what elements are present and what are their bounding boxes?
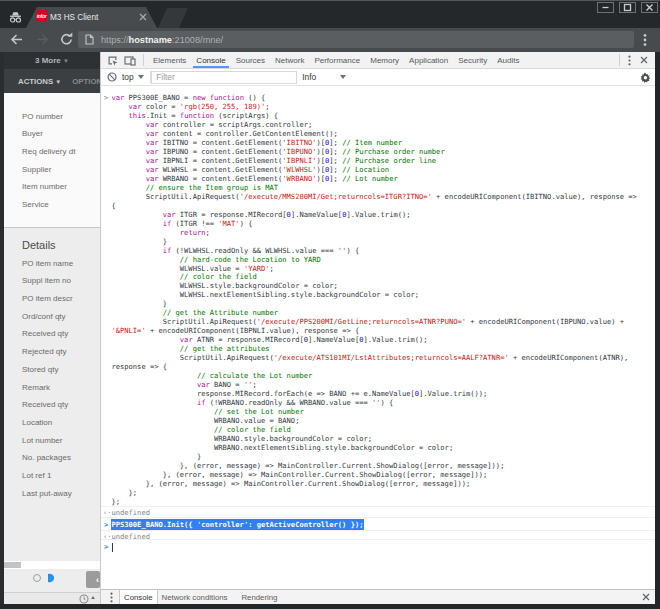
devtools-tab-security[interactable]: Security: [453, 52, 492, 68]
result-value: undefined: [112, 508, 150, 517]
code-token: )[: [317, 174, 326, 183]
sidebar-item-item-number[interactable]: Item number: [22, 182, 67, 191]
console-command-row-selected[interactable]: >PPS300E_BANO.Init({ 'controller': getAc…: [101, 517, 655, 530]
devtools-tab-console[interactable]: Console: [191, 52, 230, 68]
console-code-line: if (!WRBANO.readOnly && WRBANO.value ===…: [101, 398, 655, 407]
url-text[interactable]: https://hostname:21008/mne/: [101, 35, 223, 45]
console-toolbar: top Filter Info: [101, 69, 655, 86]
devtools-tab-sources[interactable]: Sources: [231, 52, 270, 68]
console-code-line: if (ITGR !== 'MAT') {: [101, 219, 655, 228]
tab-close-icon[interactable]: [139, 13, 147, 21]
code-token: '/execute/MMS200MI/Get;returncols=ITGR?I…: [240, 192, 432, 201]
more-dropdown[interactable]: 3 More ▼: [4, 52, 100, 69]
code-token: 'MAT': [218, 219, 239, 228]
details-item-location[interactable]: Location: [22, 418, 52, 427]
drawer-close-icon[interactable]: [642, 593, 650, 601]
window-close-button[interactable]: [641, 2, 658, 13]
browser-menu-icon[interactable]: [643, 33, 647, 47]
clear-console-icon[interactable]: [107, 72, 117, 82]
sidebar-item-buyer[interactable]: Buyer: [22, 129, 43, 138]
console-filter-input[interactable]: Filter: [151, 71, 297, 84]
console-messages[interactable]: >var PPS300E_BANO = new function () { va…: [101, 86, 655, 589]
page-icon[interactable]: [85, 34, 94, 45]
devtools-tabbar-right: [612, 54, 655, 66]
details-item-received-qty[interactable]: Received qty: [22, 329, 68, 338]
code-token: ScriptUtil.ApiRequest(: [112, 192, 240, 201]
code-token: ) {: [240, 219, 253, 228]
drawer-tab-rendering[interactable]: Rendering: [237, 590, 281, 604]
code-token: [112, 183, 146, 192]
code-token: ];: [329, 138, 342, 147]
reload-icon[interactable]: [59, 32, 74, 47]
devtools-tab-application[interactable]: Application: [404, 52, 453, 68]
details-item-suppl-item-no[interactable]: Suppl item no: [22, 276, 71, 285]
code-token: // Location: [342, 165, 389, 174]
options-menu[interactable]: OPTIONS: [72, 77, 100, 86]
code-token: ATNR = response.MIRecord[: [193, 335, 304, 344]
code-token: [112, 111, 129, 120]
details-item-remark[interactable]: Remark: [22, 383, 50, 392]
window-maximize-button[interactable]: [619, 2, 636, 13]
console-code-line: WRBANO.nextElementSibling.style.backgrou…: [101, 443, 655, 452]
code-token: [112, 407, 215, 416]
log-level-selector[interactable]: Info: [302, 72, 316, 82]
status-caret-icon[interactable]: [91, 596, 95, 599]
devtools-menu-icon[interactable]: [628, 55, 631, 66]
details-item-received-qty[interactable]: Received qty: [22, 400, 68, 409]
scrollbar-thumb[interactable]: [4, 562, 21, 568]
details-item-last-put-away[interactable]: Last put-away: [22, 489, 72, 498]
code-token: [112, 371, 197, 380]
code-token: WRBANO.value = BANO;: [112, 416, 300, 425]
sidebar-item-supplier[interactable]: Supplier: [22, 165, 51, 174]
forward-icon[interactable]: [35, 32, 50, 47]
devtools-tab-elements[interactable]: Elements: [148, 52, 191, 68]
console-settings-gear-icon[interactable]: [640, 72, 651, 83]
devtools-tab-performance[interactable]: Performance: [309, 52, 365, 68]
inspect-element-icon[interactable]: [107, 55, 118, 66]
code-token: {: [112, 201, 116, 210]
window-frame-bottom: [0, 604, 660, 609]
details-item-rejected-qty[interactable]: Rejected qty: [22, 347, 66, 356]
drawer-tab-network-conditions[interactable]: Network conditions: [158, 590, 232, 604]
console-input-row[interactable]: >: [101, 539, 655, 553]
execution-context-selector[interactable]: top: [122, 72, 134, 82]
code-token: var: [146, 174, 159, 183]
console-code-line: // calculate the Lot number: [101, 371, 655, 380]
horizontal-scrollbar[interactable]: [4, 561, 100, 569]
details-item-po-item-descr[interactable]: PO item descr: [22, 294, 73, 303]
window-minimize-button[interactable]: [597, 2, 614, 13]
app-menu-bar: ACTIONS ▼OPTIONS: [4, 69, 100, 93]
back-icon[interactable]: [9, 32, 24, 47]
device-toolbar-icon[interactable]: [124, 55, 136, 66]
code-token: (scriptArgs) {: [214, 111, 278, 120]
code-token: (!WLWHSL.readOnly && WLWHSL.value ===: [171, 246, 338, 255]
console-code-line: }: [101, 237, 655, 246]
console-prompt-icon: >: [104, 93, 108, 102]
actions-menu[interactable]: ACTIONS: [18, 77, 53, 86]
details-item-po-item-name[interactable]: PO item name: [22, 259, 73, 268]
details-item-lot-number[interactable]: Lot number: [22, 436, 62, 445]
drawer-tab-console[interactable]: Console: [119, 590, 158, 604]
console-prompt-icon: >: [104, 542, 108, 552]
details-item-no-packages[interactable]: No. packages: [22, 453, 71, 462]
console-code-line: var ATNR = response.MIRecord[0].NameValu…: [101, 335, 655, 344]
console-code-line: var WRBANO = content.GetElement('WRBANO'…: [101, 174, 655, 183]
details-item-ord-conf-qty[interactable]: Ord/conf qty: [22, 312, 66, 321]
devtools-close-icon[interactable]: [640, 56, 648, 64]
devtools-tab-memory[interactable]: Memory: [365, 52, 404, 68]
details-item-stored-qty[interactable]: Stored qty: [22, 365, 58, 374]
details-item-lot-ref-1[interactable]: Lot ref 1: [22, 471, 51, 480]
collapse-panel-button[interactable]: ‹: [86, 571, 100, 588]
sidebar-item-service[interactable]: Service: [22, 200, 49, 209]
devtools-tab-audits[interactable]: Audits: [492, 52, 524, 68]
tab-title: M3 HS Client: [50, 13, 98, 22]
code-token: response => {: [112, 362, 168, 371]
clock-icon[interactable]: [79, 594, 89, 604]
selected-command-text[interactable]: PPS300E_BANO.Init({ 'controller': getAct…: [111, 519, 364, 530]
devtools-tab-network[interactable]: Network: [270, 52, 309, 68]
console-code-line: WLWHSL.nextElementSibling.style.backgrou…: [101, 290, 655, 299]
sidebar-item-po-number[interactable]: PO number: [22, 112, 63, 121]
code-token: response.MIRecord.forEach(e => BANO += e…: [112, 389, 415, 398]
sidebar-item-req-delivery-dt[interactable]: Req delivery dt: [22, 147, 75, 156]
code-token: var: [129, 102, 142, 111]
